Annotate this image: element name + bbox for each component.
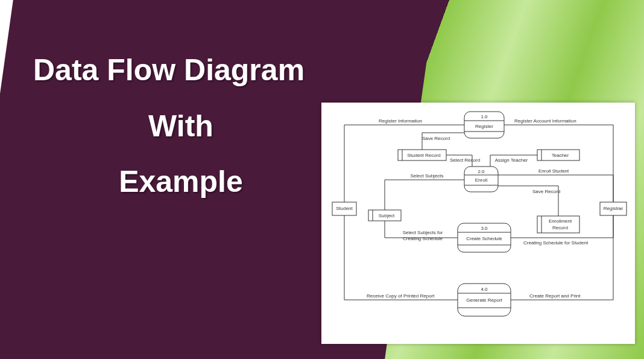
datastore-enrollment-record-label-2: Record: [552, 225, 568, 230]
flow-report-registrar-label: Create Report and Print: [529, 293, 581, 299]
datastore-student-record-label: Student Record: [407, 153, 441, 158]
datastore-teacher-label: Teacher: [552, 153, 569, 158]
flow-select-record-label: Select Record: [450, 157, 480, 163]
datastore-subject-label: Subject: [379, 213, 395, 218]
flow-report-student-label: Receive Copy of Printed Report: [367, 293, 435, 299]
flow-save-enroll-record-label: Save Record: [532, 189, 560, 194]
flow-subjects-schedule-label-1: Select Subjects for: [403, 230, 443, 235]
slide-title: Data Flow Diagram With Example: [33, 42, 329, 210]
process-report-id: 4.0: [481, 287, 488, 292]
process-register-id: 1.0: [481, 114, 488, 119]
flow-select-subjects: [385, 180, 464, 210]
entity-registrar-label: Registrar: [604, 206, 623, 211]
flow-register-info-label: Register Information: [379, 118, 422, 124]
flow-enroll-student-label: Enroll Student: [538, 168, 569, 174]
flow-register-account-label: Register Account Information: [514, 118, 576, 124]
dfd-example-figure: Student Registrar 1.0 Register 2.0 Enrol…: [321, 103, 635, 344]
title-line-3: Example: [33, 154, 329, 210]
process-register-name: Register: [475, 124, 493, 129]
process-enroll-name: Enroll: [475, 177, 488, 183]
process-report-name: Generate Report: [466, 297, 502, 303]
flow-save-record-label: Save Record: [422, 136, 450, 141]
process-schedule-id: 3.0: [481, 226, 488, 231]
title-line-1: Data Flow Diagram: [33, 42, 329, 98]
entity-student-label: Student: [336, 206, 353, 211]
dfd-svg: Student Registrar 1.0 Register 2.0 Enrol…: [321, 103, 635, 344]
title-line-2: With: [33, 98, 329, 154]
flow-schedule-registrar-label: Creating Schedule for Student: [523, 240, 589, 246]
datastore-enrollment-record-label-1: Enrollment: [549, 218, 572, 224]
flow-subjects-schedule-label-2: Creating Schedule: [403, 236, 443, 241]
process-schedule-name: Create Schedule: [466, 236, 502, 241]
flow-report-student: [344, 215, 458, 300]
flow-select-subjects-label: Select Subjects: [410, 173, 443, 179]
process-enroll-id: 2.0: [478, 169, 485, 174]
flow-assign-teacher-label: Assign Teacher: [495, 157, 528, 163]
